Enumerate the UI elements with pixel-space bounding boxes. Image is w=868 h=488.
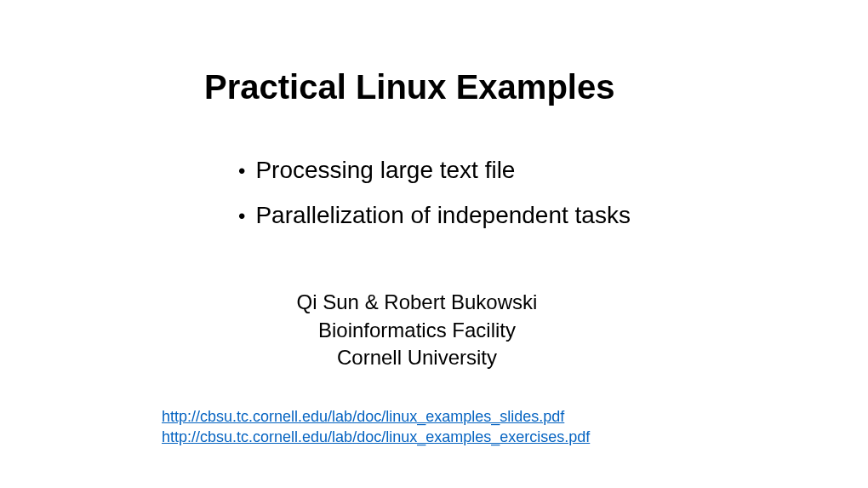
slides-link[interactable]: http://cbsu.tc.cornell.edu/lab/doc/linux…: [162, 406, 564, 427]
slide-title: Practical Linux Examples: [204, 68, 715, 106]
bullet-text: Processing large text file: [255, 147, 515, 192]
authors-names: Qi Sun & Robert Bukowski: [119, 289, 715, 316]
links-block: http://cbsu.tc.cornell.edu/lab/doc/linux…: [162, 406, 715, 448]
authors-block: Qi Sun & Robert Bukowski Bioinformatics …: [119, 289, 715, 371]
bullet-item: • Parallelization of independent tasks: [238, 192, 715, 238]
bullet-item: • Processing large text file: [238, 147, 715, 192]
slide-container: Practical Linux Examples • Processing la…: [0, 0, 868, 488]
bullet-text: Parallelization of independent tasks: [255, 192, 631, 238]
bullet-list: • Processing large text file • Paralleli…: [238, 147, 715, 238]
exercises-link[interactable]: http://cbsu.tc.cornell.edu/lab/doc/linux…: [162, 427, 590, 447]
bullet-dot-icon: •: [238, 152, 245, 191]
bullet-dot-icon: •: [238, 197, 245, 236]
authors-university: Cornell University: [119, 344, 715, 371]
authors-facility: Bioinformatics Facility: [119, 317, 715, 344]
